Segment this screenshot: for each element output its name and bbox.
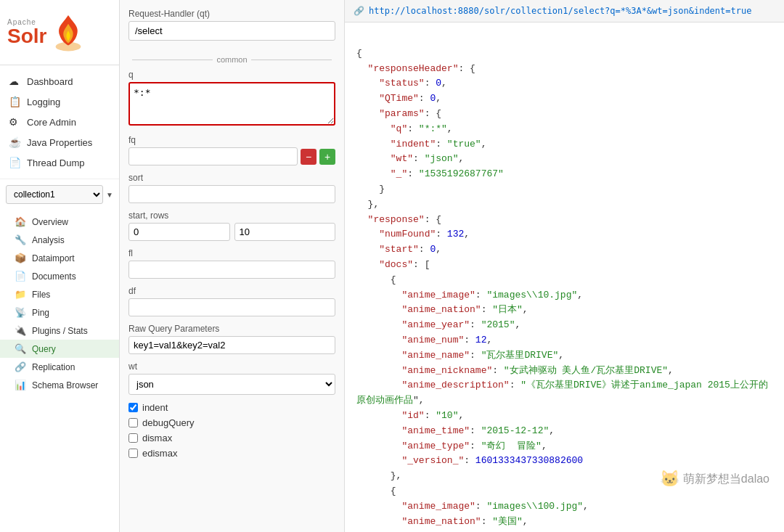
sidebar-item-java-properties[interactable]: ☕ Java Properties (0, 132, 119, 152)
start-rows-inputs (128, 223, 335, 241)
debug-query-label: debugQuery (142, 417, 195, 428)
solr-label: Solr (7, 26, 46, 46)
raw-params-group: Raw Query Parameters (128, 324, 335, 354)
handler-group: Request-Handler (qt) (128, 9, 335, 48)
common-section-label: common (128, 55, 335, 64)
df-input[interactable] (128, 298, 335, 316)
dashboard-icon: ☁ (9, 75, 22, 87)
raw-params-label: Raw Query Parameters (128, 324, 335, 334)
main-nav: ☁ Dashboard 📋 Logging ⚙ Core Admin ☕ Jav… (0, 65, 119, 179)
q-label: q (128, 70, 335, 80)
collection-nav-ping[interactable]: 📡 Ping (0, 303, 119, 322)
collection-nav-files[interactable]: 📁 Files (0, 285, 119, 303)
handler-input[interactable] (128, 21, 335, 41)
collection-nav-documents[interactable]: 📄 Documents (0, 267, 119, 285)
nav-label: Files (32, 290, 50, 300)
fq-minus-button[interactable]: − (301, 149, 317, 165)
edismax-checkbox[interactable] (128, 449, 138, 458)
collection-dropdown-arrow: ▼ (106, 191, 113, 199)
query-form-panel: Request-Handler (qt) common q *:* fq − +… (120, 0, 345, 532)
collection-nav-replication[interactable]: 🔗 Replication (0, 358, 119, 376)
url-text: http://localhost:8880/solr/collection1/s… (369, 6, 751, 16)
indent-checkbox[interactable] (128, 403, 138, 412)
solr-flame-icon (50, 12, 86, 52)
sort-label: sort (128, 173, 335, 183)
java-properties-icon: ☕ (9, 136, 22, 148)
edismax-label: edismax (142, 448, 177, 459)
solr-logo: Apache Solr (7, 18, 46, 46)
fq-label: fq (128, 135, 335, 145)
thread-dump-icon: 📄 (9, 157, 22, 168)
collection-select[interactable]: collection1 (6, 185, 103, 204)
fl-group: fl (128, 248, 335, 279)
collection-nav-schema-browser[interactable]: 📊 Schema Browser (0, 376, 119, 394)
raw-params-input[interactable] (128, 336, 335, 354)
replication-icon: 🔗 (15, 361, 28, 372)
dismax-row: dismax (128, 433, 335, 443)
nav-label: Dataimport (32, 253, 75, 263)
nav-label: Replication (32, 362, 75, 372)
documents-icon: 📄 (15, 271, 28, 282)
sidebar-item-thread-dump[interactable]: 📄 Thread Dump (0, 152, 119, 173)
watermark: 🐱 萌新梦想当dalao (660, 470, 769, 488)
url-bar: 🔗 http://localhost:8880/solr/collection1… (345, 0, 784, 22)
collection-nav-overview[interactable]: 🏠 Overview (0, 213, 119, 231)
watermark-text: 萌新梦想当dalao (683, 472, 769, 487)
fl-input[interactable] (128, 261, 335, 279)
fq-row: − + (128, 147, 335, 165)
handler-label: Request-Handler (qt) (128, 9, 335, 19)
nav-label: Overview (32, 217, 68, 227)
sidebar-item-label: Core Admin (27, 117, 76, 128)
start-input[interactable] (128, 223, 230, 241)
fq-input[interactable] (128, 147, 298, 165)
logging-icon: 📋 (9, 96, 22, 107)
files-icon: 📁 (15, 289, 28, 300)
df-label: df (128, 286, 335, 296)
collection-nav-plugins-stats[interactable]: 🔌 Plugins / Stats (0, 322, 119, 340)
sidebar-item-core-admin[interactable]: ⚙ Core Admin (0, 112, 119, 132)
json-output: { "responseHeader": { "status": 0, "QTim… (345, 22, 784, 532)
fq-group: fq − + (128, 135, 335, 165)
edismax-row: edismax (128, 448, 335, 459)
nav-label: Documents (32, 271, 76, 282)
indent-row: indent (128, 402, 335, 413)
url-icon: 🔗 (354, 6, 364, 16)
wt-group: wt json xml csv python ruby php (128, 361, 335, 395)
sidebar-item-label: Java Properties (27, 137, 92, 148)
sidebar-item-dashboard[interactable]: ☁ Dashboard (0, 71, 119, 91)
schema-browser-icon: 📊 (15, 380, 28, 390)
collection-selector[interactable]: collection1 ▼ (6, 185, 113, 204)
q-group: q *:* (128, 70, 335, 128)
fq-plus-button[interactable]: + (319, 149, 335, 165)
ping-icon: 📡 (15, 307, 28, 318)
plugins-icon: 🔌 (15, 325, 28, 336)
rows-input[interactable] (234, 223, 336, 241)
query-icon: 🔍 (15, 343, 28, 354)
sidebar-item-label: Thread Dump (27, 157, 84, 168)
logo-area: Apache Solr (0, 0, 119, 65)
collection-nav-analysis[interactable]: 🔧 Analysis (0, 231, 119, 249)
collection-nav: 🏠 Overview 🔧 Analysis 📦 Dataimport 📄 Doc… (0, 210, 119, 397)
sidebar: Apache Solr ☁ Dashboard 📋 Logging ⚙ Core… (0, 0, 120, 532)
nav-label: Ping (32, 308, 49, 318)
indent-label: indent (142, 402, 168, 413)
nav-label: Query (32, 344, 56, 354)
watermark-icon: 🐱 (660, 470, 679, 488)
sidebar-item-label: Dashboard (27, 76, 73, 87)
nav-label: Analysis (32, 235, 65, 245)
start-rows-label: start, rows (128, 210, 335, 221)
dismax-checkbox[interactable] (128, 433, 138, 443)
q-textarea[interactable]: *:* (128, 82, 335, 126)
nav-label: Schema Browser (32, 380, 98, 390)
start-rows-group: start, rows (128, 210, 335, 241)
debug-query-checkbox[interactable] (128, 418, 138, 427)
core-admin-icon: ⚙ (9, 116, 22, 128)
analysis-icon: 🔧 (15, 234, 28, 245)
collection-nav-query[interactable]: 🔍 Query (0, 340, 119, 358)
sidebar-item-logging[interactable]: 📋 Logging (0, 91, 119, 112)
df-group: df (128, 286, 335, 316)
collection-nav-dataimport[interactable]: 📦 Dataimport (0, 249, 119, 267)
result-panel: 🔗 http://localhost:8880/solr/collection1… (345, 0, 784, 532)
wt-select[interactable]: json xml csv python ruby php (128, 374, 335, 395)
sort-input[interactable] (128, 185, 335, 203)
